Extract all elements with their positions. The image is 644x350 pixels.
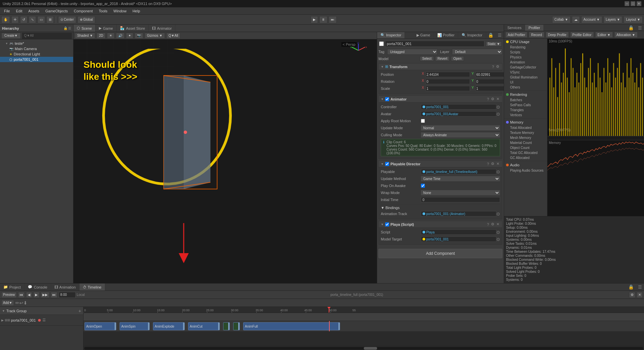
rendering-main-cat[interactable]: Rendering (504, 92, 547, 98)
transform-settings[interactable]: ⚙ (495, 64, 500, 69)
hierarchy-item-dirlight[interactable]: ☀ Directional Light (0, 51, 73, 57)
clip-animfull[interactable]: AnimFull (243, 322, 340, 330)
revert-btn[interactable]: Revert (435, 56, 450, 61)
profile-editor-btn[interactable]: Profile Editor (570, 32, 594, 38)
menu-window[interactable]: Window (111, 8, 129, 14)
initial-time-input[interactable] (421, 197, 500, 202)
scripts-cat[interactable]: Scripts (504, 50, 547, 55)
animator-enabled[interactable] (385, 97, 389, 101)
add-profiler-btn[interactable]: Add Profiler (505, 32, 527, 38)
profiler-tab2[interactable]: 📊 Profiler (434, 32, 458, 38)
add-track-btn[interactable]: + (78, 308, 81, 314)
object-name-input[interactable] (385, 41, 484, 47)
step-btn[interactable]: ⏭ (329, 16, 337, 23)
track-menu-btn[interactable]: ☰ (42, 318, 46, 322)
playable-field[interactable]: porta_timeline_full (TimelineAsset) (421, 169, 496, 174)
playa-enabled[interactable] (385, 222, 389, 226)
menu-help[interactable]: Help (130, 8, 143, 14)
scene-tab[interactable]: ⬡ Scene (73, 25, 96, 32)
rot-x[interactable] (426, 79, 470, 84)
material-count-sub[interactable]: Material Count (504, 140, 547, 145)
profiler-menu[interactable]: ☰ (636, 25, 644, 30)
pause-btn[interactable]: ⏸ (319, 16, 327, 23)
bottom-menu[interactable]: ☰ (636, 284, 644, 291)
scale-tool[interactable]: ⤡ (29, 16, 36, 23)
layers-btn[interactable]: Layers ▼ (604, 16, 623, 23)
tag-select[interactable]: Untagged (387, 49, 438, 55)
collab-btn[interactable]: Collab ▼ (552, 16, 571, 23)
tl-play-btn[interactable]: ▶ (33, 292, 39, 298)
game-tab2[interactable]: ▶ Game (413, 32, 434, 38)
menu-gameobject[interactable]: GameObjects (43, 8, 70, 14)
total-gc-sub[interactable]: Total GC Allocated (504, 150, 547, 155)
playa-help[interactable]: ? (486, 222, 490, 226)
avatar-pick[interactable]: ⊙ (496, 112, 500, 117)
rendering-cat[interactable]: Rendering (504, 45, 547, 50)
project-tab[interactable]: 📁 Project (0, 284, 24, 291)
profiler-lock[interactable]: 🔒 (626, 25, 636, 30)
gi-cat[interactable]: Global Illumination (504, 75, 547, 80)
rotate-tool[interactable]: ↺ (20, 16, 27, 23)
scene-cam-btn[interactable]: 📷 (135, 33, 143, 39)
services-tab[interactable]: Services (504, 25, 525, 31)
cpu-usage-cat[interactable]: CPU Usage (504, 39, 547, 45)
apply-root-checkbox[interactable] (421, 119, 425, 123)
select-btn[interactable]: Select (420, 56, 434, 61)
tl-edit-btn[interactable]: ✏ (15, 300, 19, 306)
lights-btn[interactable]: ☀ (107, 33, 115, 39)
menu-assets[interactable]: Assets (26, 8, 42, 14)
memory-cat[interactable]: Memory (504, 119, 547, 125)
script-pick[interactable]: ⊙ (496, 230, 500, 235)
script-field[interactable]: Playa (421, 229, 496, 235)
tl-prev-btn[interactable]: ◀ (26, 292, 32, 298)
timeline-scrollbar[interactable] (84, 346, 644, 350)
hierarchy-item-teste[interactable]: ▼ 🎮 teste* (0, 41, 73, 46)
gc-alloc-sub[interactable]: GC Allocated (504, 155, 547, 160)
center-toggle[interactable]: ⊙ Center (58, 16, 76, 23)
rot-y[interactable] (475, 79, 504, 84)
vsync-cat[interactable]: VSync (504, 70, 547, 75)
transform-help[interactable]: ? (491, 64, 495, 69)
clip-animexplode[interactable]: AnimExplode (153, 322, 185, 330)
vertices-sub[interactable]: Vertices (504, 113, 547, 118)
open-btn[interactable]: Open (451, 56, 464, 61)
obj-count-sub[interactable]: Object Count (504, 145, 547, 150)
scale-y[interactable] (475, 86, 504, 91)
update-mode-select[interactable]: Normal (421, 125, 500, 131)
shading-dropdown[interactable]: Shaded ▼ (75, 33, 95, 39)
tl-redo-btn[interactable]: ⬇ (23, 300, 27, 306)
audio-btn[interactable]: 🔊 (116, 33, 125, 39)
clip-animopen[interactable]: AnimOpen (85, 322, 116, 330)
playable-pick[interactable]: ⊙ (496, 169, 500, 174)
multi-tool[interactable]: ⊞ (46, 16, 54, 23)
playable-director-enabled[interactable] (385, 162, 389, 166)
2d-btn[interactable]: 2D (97, 33, 106, 39)
tl-next-btn[interactable]: ▶▶ (41, 292, 49, 298)
tl-preview-btn[interactable]: Preview (1, 292, 17, 298)
playa-remove[interactable]: ✕ (496, 222, 500, 226)
total-alloc-sub[interactable]: Total Allocated (504, 125, 547, 130)
object-active-checkbox[interactable] (379, 41, 384, 46)
animator-remove[interactable]: ✕ (496, 97, 500, 101)
close-btn[interactable]: ✕ (637, 1, 641, 6)
animator-help[interactable]: ? (486, 97, 490, 101)
playa-header[interactable]: ▼ Playa (Script) ? ⚙ ✕ (379, 221, 502, 228)
transform-header[interactable]: ▼ ⊞ Transform ? ⚙ (379, 63, 502, 70)
triangles-sub[interactable]: Triangles (504, 108, 547, 113)
assetstore-tab[interactable]: 🏪 Asset Store (117, 25, 149, 32)
fx-btn[interactable]: ✦ (126, 33, 133, 39)
setpass-sub[interactable]: SetPass Calls (504, 103, 547, 108)
clip-small1[interactable] (223, 322, 230, 330)
model-target-field[interactable]: porta7001_001 (421, 236, 496, 242)
animator-tab[interactable]: 🎞 Animator (149, 25, 175, 32)
animator-settings[interactable]: ⚙ (490, 97, 495, 101)
bottom-lock[interactable]: 🔒 (626, 284, 636, 291)
menu-tools[interactable]: Tools (96, 8, 110, 14)
timeline-scroll-thumb[interactable] (364, 347, 377, 350)
others-cat[interactable]: Others (504, 85, 547, 90)
tl-settings-btn[interactable]: ⚙ (629, 292, 635, 298)
batches-sub[interactable]: Batches (504, 98, 547, 103)
deep-profile-btn[interactable]: Deep Profile (546, 32, 569, 38)
animation-cat[interactable]: Animation (504, 60, 547, 65)
tl-first-btn[interactable]: ⏮ (18, 292, 25, 298)
